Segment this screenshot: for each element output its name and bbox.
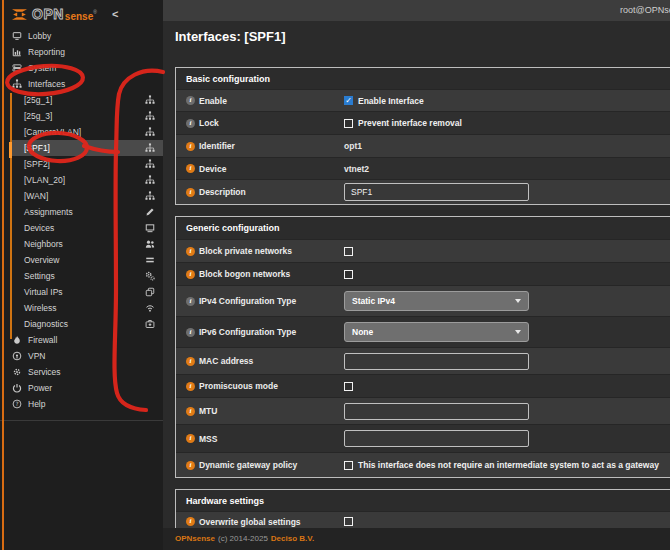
sidebar-item-label: [25g_3]	[24, 111, 52, 121]
ipv6-type-select[interactable]: None	[344, 322, 529, 342]
form-row-block-bogon: Block bogon networks	[176, 262, 670, 285]
sidebar-item-assignments[interactable]: Assignments	[0, 204, 163, 220]
info-icon[interactable]	[186, 270, 195, 279]
sidebar-item-label: Power	[28, 383, 52, 393]
block-bogon-checkbox[interactable]	[344, 270, 353, 279]
sidebar-item-vlan20[interactable]: [VLAN_20]	[0, 172, 163, 188]
sidebar-item-diagnostics[interactable]: Diagnostics	[0, 316, 163, 332]
sidebar-item-label: Virtual IPs	[24, 287, 63, 297]
opnsense-logo-icon[interactable]	[11, 8, 28, 21]
description-input[interactable]	[344, 183, 529, 201]
sidebar-item-25g3[interactable]: [25g_3]	[0, 108, 163, 124]
lock-checkbox[interactable]	[344, 119, 353, 128]
sidebar-item-25g1[interactable]: [25g_1]	[0, 92, 163, 108]
sidebar-item-label: Lobby	[28, 31, 51, 41]
dynamic-gateway-checkbox[interactable]	[344, 461, 353, 470]
info-icon[interactable]	[186, 188, 195, 197]
sidebar-item-services[interactable]: Services	[0, 364, 163, 380]
sidebar-item-system[interactable]: System	[0, 60, 163, 76]
info-icon[interactable]	[186, 328, 195, 337]
sidebar-item-spf2[interactable]: [SPF2]	[0, 156, 163, 172]
info-icon[interactable]	[186, 247, 195, 256]
sidebar-item-label: [WAN]	[24, 191, 48, 201]
footer-opnsense-link[interactable]: OPNsense	[175, 534, 215, 543]
sidebar-item-label: Assignments	[24, 207, 73, 217]
info-icon[interactable]	[186, 434, 195, 443]
brand-registered-mark: ®	[93, 9, 97, 15]
field-label: Overwrite global settings	[199, 517, 301, 527]
selected-option: Static IPv4	[352, 296, 395, 306]
mss-input[interactable]	[344, 430, 529, 447]
field-label: IPv4 Configuration Type	[199, 296, 296, 306]
field-label: MTU	[199, 406, 217, 416]
sidebar-item-interfaces[interactable]: Interfaces	[0, 76, 163, 92]
info-icon[interactable]	[186, 142, 195, 151]
sidebar-item-cameravlan[interactable]: [CameraVLAN]	[0, 124, 163, 140]
form-row-mtu: MTU	[176, 397, 670, 424]
info-icon[interactable]	[186, 119, 195, 128]
info-icon[interactable]	[186, 96, 195, 105]
checkbox-label: Prevent interface removal	[358, 118, 462, 128]
logo-row: OPNsense® <	[0, 0, 163, 28]
mac-address-input[interactable]	[344, 353, 529, 370]
field-label: MAC address	[199, 356, 253, 366]
sidebar-item-lobby[interactable]: Lobby	[0, 28, 163, 44]
mtu-input[interactable]	[344, 403, 529, 420]
checkbox-label: Enable Interface	[358, 96, 424, 106]
info-icon[interactable]	[186, 357, 195, 366]
field-label: Dynamic gateway policy	[199, 460, 297, 470]
sidebar-item-label: System	[28, 63, 56, 73]
sidebar-item-label: [SPF1]	[24, 143, 50, 153]
info-icon[interactable]	[186, 517, 195, 526]
top-bar: root@OPNsense	[163, 0, 670, 21]
sidebar-item-help[interactable]: Help	[0, 396, 163, 412]
sidebar-item-label: Wireless	[24, 303, 57, 313]
sidebar-item-label: [CameraVLAN]	[24, 127, 81, 137]
sidebar-item-label: Overview	[24, 255, 59, 265]
sidebar-item-overview[interactable]: Overview	[0, 252, 163, 268]
safe-dial-icon	[12, 351, 22, 361]
pencil-icon	[145, 207, 155, 217]
sidebar-item-label: Interfaces	[28, 79, 65, 89]
page-footer: OPNsense(c) 2014-2025Deciso B.V.	[163, 528, 670, 550]
sidebar-item-spf1[interactable]: [SPF1]	[0, 140, 163, 156]
enable-checkbox[interactable]	[344, 96, 353, 105]
wifi-icon	[145, 303, 155, 313]
info-icon[interactable]	[186, 382, 195, 391]
info-icon[interactable]	[186, 407, 195, 416]
sidebar-item-label: Devices	[24, 223, 54, 233]
block-private-checkbox[interactable]	[344, 247, 353, 256]
opnsense-interface-page: { "brand": { "prefix": "OPN", "suffix": …	[0, 0, 670, 550]
submenu-accent-line-active	[9, 142, 12, 158]
promiscuous-checkbox[interactable]	[344, 382, 353, 391]
sidebar-item-wireless[interactable]: Wireless	[0, 300, 163, 316]
sidebar-collapse-icon[interactable]: <	[112, 8, 118, 20]
sidebar-item-label: Services	[28, 367, 61, 377]
info-icon[interactable]	[186, 164, 195, 173]
page-left-accent-edge	[2, 0, 4, 550]
sidebar-item-label: VPN	[28, 351, 45, 361]
form-row-device: Device vtnet2	[176, 157, 670, 179]
info-icon[interactable]	[186, 461, 195, 470]
sitemap-icon	[145, 191, 155, 201]
checkbox-label: This interface does not require an inter…	[358, 460, 659, 470]
sidebar-item-reporting[interactable]: Reporting	[0, 44, 163, 60]
gears-icon	[145, 271, 155, 281]
footer-deciso-link[interactable]: Deciso B.V.	[271, 534, 314, 543]
sidebar-item-label: [VLAN_20]	[24, 175, 65, 185]
overwrite-global-checkbox[interactable]	[344, 517, 353, 526]
info-icon[interactable]	[186, 297, 195, 306]
ipv4-type-select[interactable]: Static IPv4	[344, 291, 529, 311]
sidebar-item-firewall[interactable]: Firewall	[0, 332, 163, 348]
sidebar-item-power[interactable]: Power	[0, 380, 163, 396]
sidebar-item-neighbors[interactable]: Neighbors	[0, 236, 163, 252]
sidebar-item-vpn[interactable]: VPN	[0, 348, 163, 364]
sidebar-item-label: [25g_1]	[24, 95, 52, 105]
medkit-icon	[145, 319, 155, 329]
sidebar-item-wan[interactable]: [WAN]	[0, 188, 163, 204]
chevron-down-icon	[515, 299, 521, 303]
sidebar-item-label: Settings	[24, 271, 55, 281]
sidebar-item-devices[interactable]: Devices	[0, 220, 163, 236]
sidebar-item-virtual-ips[interactable]: Virtual IPs	[0, 284, 163, 300]
sidebar-item-settings[interactable]: Settings	[0, 268, 163, 284]
